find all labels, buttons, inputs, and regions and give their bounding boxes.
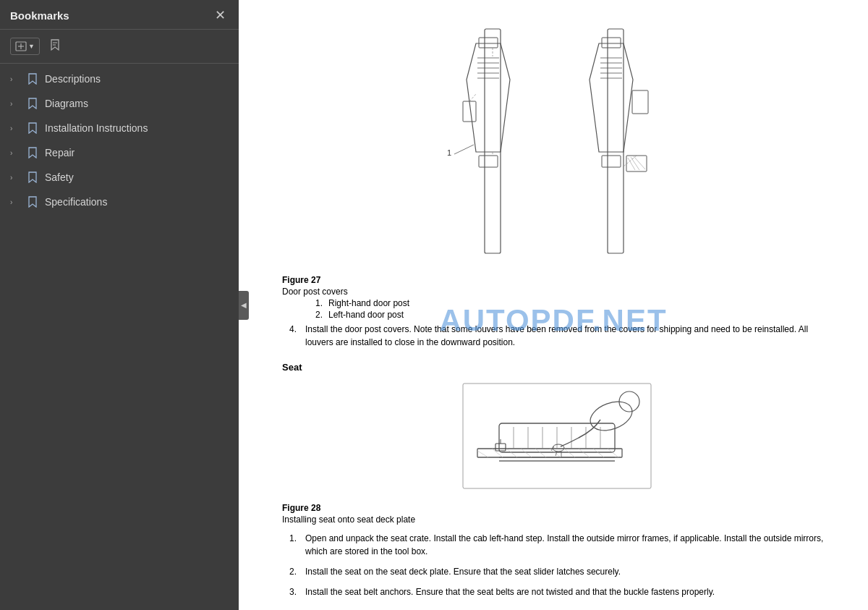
sidebar: Bookmarks ✕ ▼ › De	[0, 0, 239, 610]
bookmark-flag-icon	[26, 97, 39, 110]
instruction-num: 1.	[282, 532, 297, 558]
sidebar-header: Bookmarks ✕	[0, 0, 239, 30]
svg-rect-28	[602, 156, 621, 167]
figure27-label: Figure 27	[282, 275, 832, 285]
svg-point-47	[553, 444, 564, 452]
instruction-item: 1.Open and unpack the seat crate. Instal…	[282, 532, 832, 558]
bookmark-icon	[48, 38, 61, 51]
bookmark-nav-button[interactable]	[44, 35, 66, 57]
instruction-num: 2.	[282, 565, 297, 578]
expand-icon	[15, 41, 27, 51]
svg-rect-29	[632, 90, 648, 114]
svg-line-19	[454, 145, 474, 154]
figure28-drawing	[282, 380, 832, 496]
chevron-right-icon: ›	[10, 149, 20, 157]
collapse-sidebar-button[interactable]: ◀	[239, 291, 249, 320]
sidebar-item-label: Safety	[45, 171, 74, 183]
svg-rect-14	[479, 156, 498, 167]
instruction-text: Install the seat belt anchors. Ensure th…	[305, 585, 715, 598]
svg-point-45	[587, 397, 637, 436]
sidebar-item-label: Installation Instructions	[45, 122, 148, 134]
svg-point-46	[619, 391, 639, 412]
bookmark-flag-icon	[26, 171, 39, 184]
instruction-num: 3.	[282, 585, 297, 598]
svg-rect-5	[485, 29, 501, 253]
figure28-caption: Installing seat onto seat deck plate	[282, 514, 832, 525]
figure28-label: Figure 28	[282, 503, 832, 513]
sidebar-item-descriptions[interactable]: › Descriptions	[0, 67, 239, 91]
svg-text:1: 1	[447, 148, 451, 157]
sidebar-title: Bookmarks	[10, 9, 69, 22]
sidebar-toolbar: ▼	[0, 30, 239, 64]
close-button[interactable]: ✕	[212, 7, 229, 23]
svg-rect-27	[602, 38, 621, 48]
instruction-item: 3.Install the seat belt anchors. Ensure …	[282, 585, 832, 598]
svg-marker-21	[590, 43, 633, 152]
sidebar-item-label: Repair	[45, 147, 75, 158]
instruction-text: Open and unpack the seat crate. Install …	[305, 532, 832, 558]
figure28-svg	[456, 380, 658, 496]
instruction-text: Install the seat on the seat deck plate.…	[305, 565, 621, 578]
legend-item: 1.Right-hand door post	[311, 298, 832, 308]
figure27-drawing: 1	[282, 22, 832, 268]
legend-text: Left-hand door post	[328, 310, 404, 320]
legend-item: 2.Left-hand door post	[311, 310, 832, 320]
sidebar-item-label: Diagrams	[45, 98, 88, 109]
legend-text: Right-hand door post	[328, 298, 409, 308]
sidebar-item-installation-instructions[interactable]: › Installation Instructions	[0, 116, 239, 140]
expand-all-button[interactable]: ▼	[10, 38, 40, 55]
svg-line-57	[506, 449, 517, 457]
svg-line-32	[628, 158, 635, 170]
figure27-caption: Door post covers	[282, 287, 832, 297]
svg-line-34	[634, 156, 645, 169]
svg-rect-51	[495, 444, 506, 451]
svg-line-58	[521, 449, 532, 457]
figure28-instructions: 1.Open and unpack the seat crate. Instal…	[282, 532, 832, 598]
sidebar-item-specifications[interactable]: › Specifications	[0, 190, 239, 214]
sidebar-item-label: Descriptions	[45, 73, 101, 85]
figure27-legend: 1.Right-hand door post2.Left-hand door p…	[311, 298, 832, 320]
main-content-area: AUTOPDF.NET	[239, 0, 868, 610]
bookmark-flag-icon	[26, 146, 39, 159]
bookmark-flag-icon	[26, 195, 39, 208]
svg-line-56	[492, 449, 503, 457]
chevron-right-icon: ›	[10, 75, 20, 83]
page-content: AUTOPDF.NET	[239, 0, 868, 610]
sidebar-item-diagrams[interactable]: › Diagrams	[0, 91, 239, 116]
svg-line-33	[631, 157, 639, 170]
svg-line-64	[608, 449, 618, 457]
svg-rect-30	[626, 156, 647, 171]
svg-line-63	[593, 449, 604, 457]
svg-line-59	[535, 449, 546, 457]
svg-marker-6	[467, 43, 510, 152]
figure27-caption-block: Figure 27 Door post covers 1.Right-hand …	[282, 275, 832, 320]
legend-num: 1.	[311, 298, 323, 308]
bookmark-flag-icon	[26, 72, 39, 85]
legend-num: 2.	[311, 310, 323, 320]
instruction-item: 2.Install the seat on the seat deck plat…	[282, 565, 832, 578]
sidebar-item-label: Specifications	[45, 196, 107, 208]
sidebar-item-safety[interactable]: › Safety	[0, 165, 239, 190]
chevron-right-icon: ›	[10, 174, 20, 182]
svg-line-60	[550, 449, 561, 457]
svg-line-55	[477, 451, 488, 457]
svg-rect-12	[479, 38, 498, 48]
instruction4-text: Install the door post covers. Note that …	[305, 323, 832, 349]
svg-line-61	[564, 449, 575, 457]
svg-rect-20	[608, 29, 624, 253]
chevron-right-icon: ›	[10, 124, 20, 132]
chevron-right-icon: ›	[10, 100, 20, 108]
bookmark-list: › Descriptions › Diagrams › Ins	[0, 64, 239, 610]
figure27-section: 1	[282, 22, 832, 349]
sidebar-item-repair[interactable]: › Repair	[0, 140, 239, 165]
seat-heading: Seat	[282, 362, 832, 373]
svg-line-17	[469, 94, 476, 101]
instruction-4: 4. Install the door post covers. Note th…	[282, 323, 832, 349]
chevron-right-icon: ›	[10, 198, 20, 206]
svg-line-62	[579, 449, 590, 457]
figure28-section: Figure 28 Installing seat onto seat deck…	[282, 380, 832, 598]
expand-dropdown-arrow: ▼	[28, 43, 35, 50]
bookmark-flag-icon	[26, 122, 39, 135]
figure27-svg: 1	[441, 22, 673, 268]
